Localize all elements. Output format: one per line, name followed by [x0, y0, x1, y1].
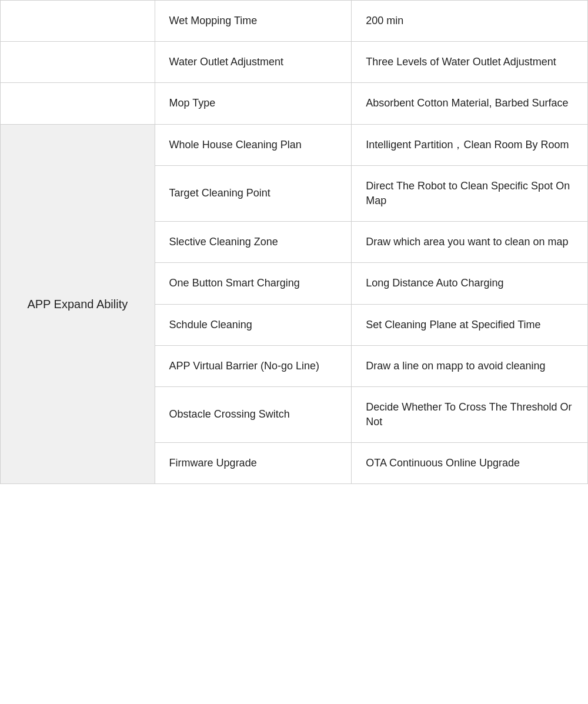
specs-table: Wet Mopping Time200 minWater Outlet Adju… [0, 0, 588, 484]
description-cell: Decide Whether To Cross The Threshold Or… [352, 386, 588, 442]
category-cell [1, 1, 155, 42]
category-cell [1, 42, 155, 83]
description-cell: Three Levels of Water Outlet Adjustment [352, 42, 588, 83]
table-row: Wet Mopping Time200 min [1, 1, 588, 42]
feature-cell: APP Virtual Barrier (No-go Line) [155, 345, 352, 386]
description-cell: Intelligent Partition，Clean Room By Room [352, 124, 588, 165]
feature-cell: Slective Cleaning Zone [155, 222, 352, 263]
category-cell [1, 83, 155, 124]
category-merged-cell: APP Expand Ability [1, 124, 155, 484]
description-cell: Long Distance Auto Charging [352, 263, 588, 304]
feature-cell: Whole House Cleaning Plan [155, 124, 352, 165]
feature-cell: Schdule Cleaning [155, 304, 352, 345]
feature-cell: Mop Type [155, 83, 352, 124]
description-cell: Absorbent Cotton Material, Barbed Surfac… [352, 83, 588, 124]
feature-cell: Target Cleaning Point [155, 165, 352, 221]
feature-cell: Water Outlet Adjustment [155, 42, 352, 83]
feature-cell: Wet Mopping Time [155, 1, 352, 42]
feature-cell: Firmware Upgrade [155, 443, 352, 484]
feature-cell: One Button Smart Charging [155, 263, 352, 304]
description-cell: Set Cleaning Plane at Specified Time [352, 304, 588, 345]
description-cell: Direct The Robot to Clean Specific Spot … [352, 165, 588, 221]
description-cell: 200 min [352, 1, 588, 42]
description-cell: Draw a line on mapp to avoid cleaning [352, 345, 588, 386]
table-row: APP Expand AbilityWhole House Cleaning P… [1, 124, 588, 165]
description-cell: Draw which area you want to clean on map [352, 222, 588, 263]
table-row: Mop TypeAbsorbent Cotton Material, Barbe… [1, 83, 588, 124]
feature-cell: Obstacle Crossing Switch [155, 386, 352, 442]
description-cell: OTA Continuous Online Upgrade [352, 443, 588, 484]
table-row: Water Outlet AdjustmentThree Levels of W… [1, 42, 588, 83]
